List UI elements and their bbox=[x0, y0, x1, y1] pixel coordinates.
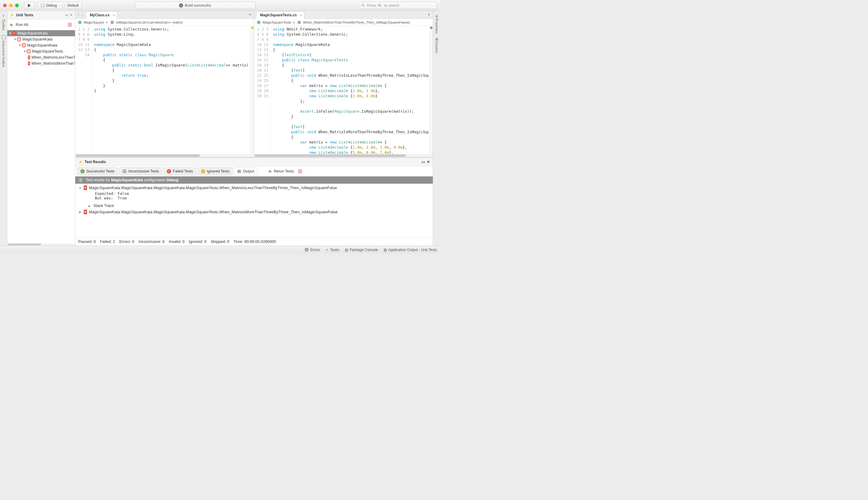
debug-label: Debug bbox=[46, 3, 57, 8]
code[interactable]: using NUnit.Framework; using System.Coll… bbox=[271, 26, 429, 154]
fail-icon: ✕ bbox=[28, 61, 30, 66]
solution-tab[interactable]: ▤Solution bbox=[435, 35, 439, 55]
summary-invalid: Invalid: 0 bbox=[169, 239, 185, 244]
document-outline-tab[interactable]: Document Outline bbox=[1, 33, 6, 69]
tab-bar-right: MagicSquareTests.cs × ▼ bbox=[254, 11, 433, 19]
unit-tests-title: Unit Tests bbox=[16, 13, 33, 17]
filter-ignored[interactable]: –Ignored Tests bbox=[198, 167, 233, 175]
main-area: TToolbox Document Outline ⚡ Unit Tests ▭… bbox=[0, 11, 440, 246]
summary-time: Time: 00:00:00.0260000 bbox=[234, 239, 276, 244]
svg-rect-4 bbox=[2, 35, 5, 39]
center-column: ‹ › MyClass.cs × ▼ MagicSquare ▶ IsMagic… bbox=[75, 11, 433, 246]
config-label: Default bbox=[67, 3, 79, 8]
test-tree: ▼✕ MagicSquareKata ▼✕ MagicSquareKata ▼✕… bbox=[7, 30, 75, 243]
statusbar: ✕Errors ✓Tasks ▤Package Console ▤Applica… bbox=[0, 246, 440, 253]
nav-back-button[interactable]: ‹ bbox=[77, 12, 80, 17]
tab-myclass[interactable]: MyClass.cs × bbox=[86, 11, 117, 19]
fail-indicator bbox=[68, 23, 72, 27]
svg-line-3 bbox=[363, 6, 364, 7]
status-app-output[interactable]: ▤Application Output - Unit Tests bbox=[384, 248, 437, 252]
tree-leaf[interactable]: ✕ When_MatrixIsMoreThanThreeByThree_Then… bbox=[7, 60, 75, 67]
breadcrumb-right[interactable]: MagicSquareTests ▶ When_MatrixIsMoreThan… bbox=[254, 19, 433, 26]
editor-right-hscroll[interactable] bbox=[254, 154, 433, 157]
close-panel-button[interactable]: ✕ bbox=[427, 160, 430, 164]
minimize-window-button[interactable] bbox=[9, 4, 13, 7]
undock-button[interactable]: ▭ bbox=[65, 13, 68, 17]
filter-output[interactable]: ▤Output bbox=[234, 167, 258, 175]
close-window-button[interactable] bbox=[3, 4, 7, 7]
filter-successful[interactable]: ✓Successful Tests bbox=[77, 167, 118, 175]
status-tasks[interactable]: ✓Tasks bbox=[326, 248, 339, 252]
method-icon bbox=[297, 20, 301, 24]
tab-bar-left: ‹ › MyClass.cs × ▼ bbox=[75, 11, 254, 19]
warning-marker bbox=[251, 26, 253, 29]
play-icon: ▶ bbox=[10, 22, 13, 27]
class-icon bbox=[78, 20, 82, 24]
close-panel-button[interactable]: ✕ bbox=[70, 13, 72, 17]
tab-dropdown[interactable]: ▼ bbox=[425, 13, 433, 16]
close-tab-button[interactable]: × bbox=[113, 13, 115, 18]
undock-button[interactable]: ▭ bbox=[421, 160, 425, 164]
search-placeholder: Press '⌘.' to search bbox=[367, 3, 399, 8]
editor-left-hscroll[interactable] bbox=[75, 154, 254, 157]
tree-node[interactable]: ▼✕ MagicSquareKata bbox=[7, 36, 75, 42]
lightning-icon: ⚡ bbox=[78, 160, 83, 164]
results-info-bar: i Test results for MagicSquareKata confi… bbox=[75, 177, 433, 184]
breadcrumb-left[interactable]: MagicSquare ▶ IsMagicSquare(List<List<de… bbox=[75, 19, 254, 26]
stack-trace-row[interactable]: ▶ Stack Trace bbox=[75, 202, 433, 209]
code-area-right[interactable]: 1 2 3 4 5 6 7 8 9 10 11 12 13 14 15 16 1… bbox=[254, 26, 433, 154]
filter-failed[interactable]: ✕Failed Tests bbox=[164, 167, 196, 175]
tab-dropdown[interactable]: ▼ bbox=[246, 13, 254, 16]
editor-right: MagicSquareTests.cs × ▼ MagicSquareTests… bbox=[254, 11, 433, 157]
status-package-console[interactable]: ▤Package Console bbox=[345, 248, 378, 252]
tab-tests[interactable]: MagicSquareTests.cs × bbox=[256, 11, 304, 19]
configuration-selector[interactable]: Debug › Default bbox=[37, 2, 82, 9]
svg-rect-8 bbox=[298, 21, 301, 24]
fail-icon: ✕ bbox=[26, 49, 31, 54]
output-icon: ▤ bbox=[237, 169, 241, 173]
close-tab-button[interactable]: × bbox=[300, 13, 302, 18]
titlebar: Debug › Default ✓ Build successful. Pres… bbox=[0, 0, 440, 11]
test-results-panel: ⚡ Test Results ▭ ✕ ✓Successful Tests ?In… bbox=[75, 157, 433, 246]
summary-ignored: Ignored: 0 bbox=[189, 239, 207, 244]
tree-node[interactable]: ▼✕ MagicSquareTests bbox=[7, 48, 75, 54]
summary-failed: Failed: 2 bbox=[100, 239, 115, 244]
fail-icon: ✕ bbox=[22, 43, 26, 47]
window-controls bbox=[3, 4, 19, 7]
tree-leaf[interactable]: ✕ When_MatrixIsLessThanThreeByThree_Then… bbox=[7, 54, 75, 60]
unit-tests-header: ⚡ Unit Tests ▭ ✕ bbox=[7, 11, 75, 19]
result-row[interactable]: ▼✕ MagicSquareKata.MagicSquareKata.Magic… bbox=[75, 185, 433, 191]
svg-point-5 bbox=[78, 21, 82, 24]
rerun-tests-button[interactable]: ▶Rerun Tests bbox=[266, 167, 305, 175]
fail-icon: ✕ bbox=[28, 55, 30, 59]
svg-rect-0 bbox=[41, 4, 44, 7]
build-status: ✓ Build successful. bbox=[135, 2, 256, 9]
run-all-label: Run All bbox=[16, 22, 28, 27]
gutter: 1 2 3 4 5 6 7 8 9 10 11 12 13 14 bbox=[75, 26, 92, 154]
class-icon bbox=[257, 20, 261, 24]
tree-root[interactable]: ▼✕ MagicSquareKata bbox=[7, 30, 75, 36]
properties-tab[interactable]: ⚙Properties bbox=[435, 13, 439, 35]
results-body: ▼✕ MagicSquareKata.MagicSquareKata.Magic… bbox=[75, 184, 433, 237]
summary-inconclusive: Inconclusive: 0 bbox=[139, 239, 165, 244]
filter-inconclusive[interactable]: ?Inconclusive Tests bbox=[119, 167, 162, 175]
result-detail: Expected: False But was: True bbox=[75, 191, 433, 202]
nav-forward-button[interactable]: › bbox=[81, 12, 85, 17]
info-icon: i bbox=[78, 178, 83, 182]
global-search[interactable]: Press '⌘.' to search bbox=[359, 2, 437, 9]
run-all-button[interactable]: ▶ Run All bbox=[7, 19, 75, 30]
tree-node[interactable]: ▼✕ MagicSquareKata bbox=[7, 42, 75, 48]
results-summary: Passed: 0 Failed: 2 Errors: 0 Inconclusi… bbox=[75, 237, 433, 246]
code[interactable]: using System.Collections.Generic; using … bbox=[92, 26, 250, 154]
result-row[interactable]: ▶✕ MagicSquareKata.MagicSquareKata.Magic… bbox=[75, 209, 433, 215]
summary-passed: Passed: 0 bbox=[78, 239, 96, 244]
run-button[interactable] bbox=[24, 2, 34, 9]
sidebar-hscroll[interactable] bbox=[7, 243, 75, 246]
left-rail: TToolbox Document Outline bbox=[0, 11, 7, 246]
fail-icon: ✕ bbox=[17, 37, 21, 42]
zoom-window-button[interactable] bbox=[15, 4, 19, 7]
status-errors[interactable]: ✕Errors bbox=[305, 248, 320, 252]
marker-strip bbox=[250, 26, 254, 154]
code-area-left[interactable]: 1 2 3 4 5 6 7 8 9 10 11 12 13 14 using S… bbox=[75, 26, 254, 154]
toolbox-tab[interactable]: TToolbox bbox=[2, 13, 5, 33]
